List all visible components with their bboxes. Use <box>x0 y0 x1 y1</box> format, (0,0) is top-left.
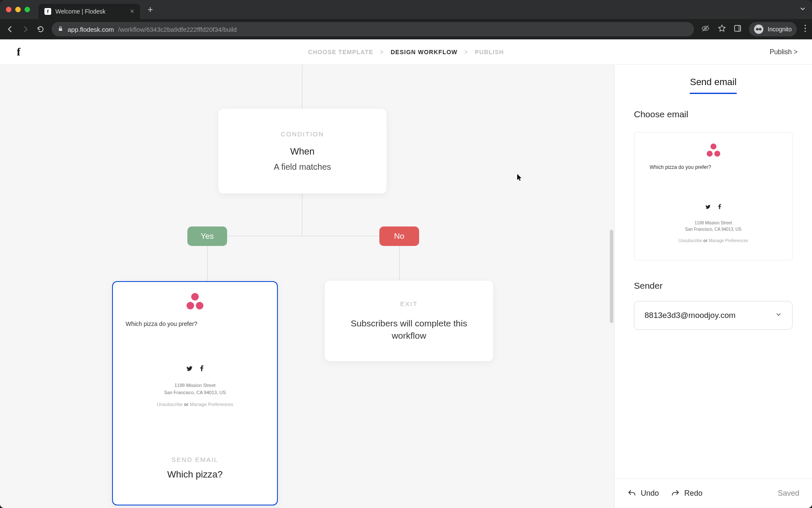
send-email-node[interactable]: Which pizza do you prefer? 1188 Mission … <box>112 281 278 505</box>
flodesk-logo[interactable]: f <box>14 46 23 58</box>
email-preview-logo <box>643 144 784 157</box>
tab-title: Welcome | Flodesk <box>55 8 106 15</box>
eye-off-icon[interactable] <box>701 24 710 35</box>
email-preview-logo <box>121 293 269 309</box>
scrollbar[interactable] <box>610 230 613 323</box>
app-root: f CHOOSE TEMPLATE > DESIGN WORKFLOW > PU… <box>0 39 812 508</box>
email-node-title: Which pizza? <box>167 469 223 480</box>
publish-button[interactable]: Publish > <box>770 48 798 56</box>
exit-node[interactable]: EXIT Subscribers will complete this work… <box>325 281 493 361</box>
browser-tab[interactable]: f Welcome | Flodesk × <box>38 4 140 19</box>
panel-tab-send-email[interactable]: Send email <box>690 77 736 94</box>
side-panel: Send email Choose email Which pizza do y… <box>614 65 812 508</box>
sender-title: Sender <box>634 281 793 291</box>
undo-button[interactable]: Undo <box>627 489 659 498</box>
browser-toolbar: app.flodesk.com/workflow/6343c2ba9dfe222… <box>0 19 812 39</box>
choose-email-title: Choose email <box>634 109 793 119</box>
branch-no[interactable]: No <box>379 226 419 246</box>
node-type-label: EXIT <box>400 300 417 307</box>
incognito-icon <box>754 25 763 34</box>
incognito-indicator[interactable]: Incognito <box>749 22 797 36</box>
chevron-down-icon <box>775 311 782 320</box>
node-type-label: SEND EMAIL <box>172 456 219 463</box>
condition-subtitle: A field matches <box>274 162 331 172</box>
workflow-breadcrumbs: CHOOSE TEMPLATE > DESIGN WORKFLOW > PUBL… <box>308 49 504 55</box>
email-preview-social <box>643 204 784 210</box>
back-button[interactable] <box>6 25 14 33</box>
exit-text: Subscribers will complete this workflow <box>337 318 480 342</box>
email-preview-social <box>121 365 269 373</box>
sender-dropdown[interactable]: 8813e3d3@moodjoy.com <box>634 301 793 330</box>
panel-footer: Undo Redo Saved <box>614 478 812 508</box>
twitter-icon <box>705 204 710 210</box>
new-tab-button[interactable]: + <box>148 4 153 15</box>
svg-rect-0 <box>59 28 62 31</box>
svg-rect-4 <box>738 25 741 31</box>
workflow-canvas[interactable]: CONDITION When A field matches Yes No EX… <box>0 65 614 508</box>
connector-line <box>207 236 399 236</box>
condition-node[interactable]: CONDITION When A field matches <box>218 109 387 193</box>
sender-value: 8813e3d3@moodjoy.com <box>645 311 735 320</box>
branch-yes[interactable]: Yes <box>187 226 227 246</box>
facebook-icon <box>718 204 721 210</box>
svg-rect-7 <box>758 29 760 30</box>
app-header: f CHOOSE TEMPLATE > DESIGN WORKFLOW > PU… <box>0 39 812 65</box>
connector-line <box>302 65 302 109</box>
email-preview-unsubscribe: Unsubscribe or Manage Preferences <box>643 238 784 243</box>
email-preview-question: Which pizza do you prefer? <box>643 164 784 170</box>
star-icon[interactable] <box>718 24 726 34</box>
breadcrumb-design-workflow[interactable]: DESIGN WORKFLOW <box>391 49 458 55</box>
email-preview-unsubscribe: Unsubscribe or Manage Preferences <box>121 402 269 407</box>
tab-favicon: f <box>44 8 51 15</box>
connector-line <box>302 193 302 236</box>
breadcrumb-publish[interactable]: PUBLISH <box>475 49 504 55</box>
facebook-icon <box>200 365 203 373</box>
breadcrumb-sep: > <box>380 49 384 55</box>
tabs-overflow-icon[interactable] <box>799 6 806 14</box>
breadcrumb-choose-template[interactable]: CHOOSE TEMPLATE <box>308 49 373 55</box>
save-status: Saved <box>778 489 799 498</box>
svg-point-10 <box>804 30 806 32</box>
condition-title: When <box>290 146 314 157</box>
tab-close-icon[interactable]: × <box>130 8 134 15</box>
node-type-label: CONDITION <box>281 130 324 138</box>
extensions-icon[interactable] <box>734 25 741 34</box>
email-preview-address: 1188 Mission Street San Francisco, CA 94… <box>121 382 269 396</box>
incognito-label: Incognito <box>768 26 792 33</box>
lock-icon <box>58 26 63 33</box>
address-bar[interactable]: app.flodesk.com/workflow/6343c2ba9dfe222… <box>52 22 694 36</box>
svg-point-9 <box>804 28 806 29</box>
svg-point-8 <box>804 25 806 26</box>
main-area: CONDITION When A field matches Yes No EX… <box>0 65 812 508</box>
window-maximize[interactable] <box>25 7 30 12</box>
kebab-menu-icon[interactable] <box>804 25 806 34</box>
breadcrumb-sep: > <box>464 49 468 55</box>
url-host: app.flodesk.com <box>68 26 114 33</box>
forward-button[interactable] <box>21 25 30 33</box>
reload-button[interactable] <box>36 25 45 33</box>
window-controls <box>6 7 30 12</box>
window-close[interactable] <box>6 7 11 12</box>
url-path: /workflow/6343c2ba9dfe222fffd20f34/build <box>118 26 237 33</box>
twitter-icon <box>187 365 192 373</box>
email-preview-question: Which pizza do you prefer? <box>121 320 269 327</box>
redo-button[interactable]: Redo <box>671 489 702 498</box>
email-preview-address: 1188 Mission Street San Francisco, CA 94… <box>643 220 784 232</box>
email-preview-card[interactable]: Which pizza do you prefer? 1188 Mission … <box>634 132 793 260</box>
browser-tab-strip: f Welcome | Flodesk × + <box>0 0 812 19</box>
cursor-icon <box>517 174 522 182</box>
window-minimize[interactable] <box>15 7 21 12</box>
